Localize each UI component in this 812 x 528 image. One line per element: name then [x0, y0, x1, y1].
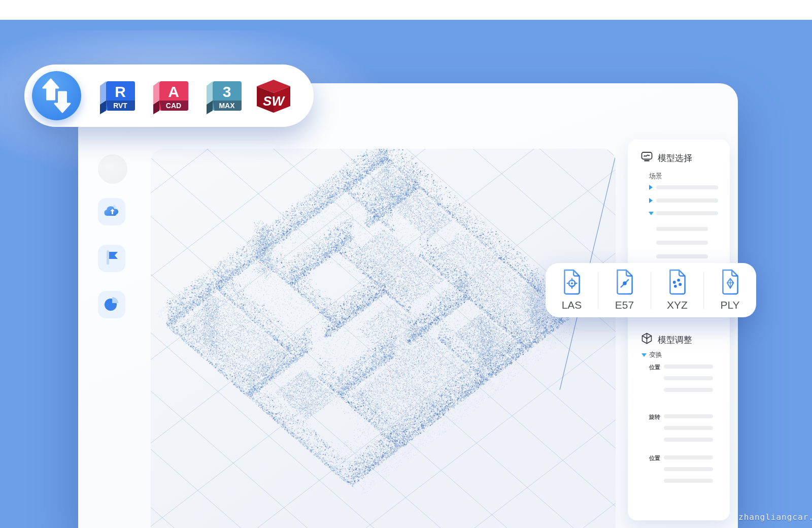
- field-bar: [664, 426, 713, 430]
- format-item-e57[interactable]: E57: [600, 269, 649, 311]
- divider: [598, 272, 598, 309]
- field-bar: [664, 467, 713, 471]
- caret-down-icon[interactable]: [649, 212, 654, 215]
- flag-button[interactable]: [98, 245, 125, 272]
- svg-text:SW: SW: [263, 93, 285, 109]
- divider: [703, 272, 704, 309]
- flag-icon: [104, 249, 119, 268]
- las-file-icon: [561, 269, 583, 298]
- svg-text:3: 3: [223, 83, 231, 100]
- ply-file-icon: [719, 269, 741, 298]
- field-bar: [664, 365, 713, 369]
- field-bar: [664, 438, 713, 442]
- group-label: 旋转: [649, 413, 660, 421]
- format-item-ply[interactable]: PLY: [706, 269, 755, 311]
- caret-right-icon[interactable]: [649, 198, 653, 203]
- model-panel: 模型选择 场景 模型调整 变换 位置 旋转 位置: [628, 140, 730, 520]
- e57-file-icon: [614, 269, 636, 298]
- svg-text:MAX: MAX: [219, 102, 235, 110]
- format-label: PLY: [720, 299, 739, 311]
- cloud-upload-icon: [103, 203, 120, 220]
- group-label: 位置: [649, 454, 660, 462]
- revit-badge[interactable]: R RVT: [98, 78, 137, 115]
- model-adjust-header: 模型调整: [641, 333, 692, 347]
- divider: [651, 272, 651, 309]
- watermark: zhangliangcar.com: [738, 512, 812, 522]
- tree-child-bar: [656, 254, 708, 258]
- model-select-title: 模型选择: [658, 152, 692, 164]
- point-cloud-canvas[interactable]: [151, 149, 616, 528]
- field-bar: [664, 455, 713, 459]
- xyz-file-icon: [666, 269, 689, 298]
- svg-text:A: A: [168, 83, 179, 100]
- autocad-badge[interactable]: A CAD: [151, 78, 190, 115]
- tree-item-bar: [656, 185, 718, 189]
- viewport: [151, 149, 616, 528]
- solidworks-badge[interactable]: SW: [254, 78, 293, 115]
- model-adjust-title: 模型调整: [658, 334, 692, 346]
- field-bar: [664, 414, 713, 418]
- tree-item-bar: [656, 211, 718, 215]
- field-bar: [664, 479, 713, 483]
- transfer-button[interactable]: [32, 71, 81, 120]
- format-label: LAS: [562, 299, 582, 311]
- transform-label: 变换: [649, 350, 662, 359]
- format-card: LAS E57 XYZ: [546, 263, 756, 317]
- model-select-icon: [641, 151, 653, 165]
- avatar: [98, 154, 127, 184]
- caret-right-icon[interactable]: [649, 185, 653, 190]
- transform-caret-icon[interactable]: [641, 353, 647, 357]
- pie-chart-icon: [104, 295, 120, 314]
- pie-chart-button[interactable]: [98, 291, 125, 318]
- cloud-upload-button[interactable]: [98, 198, 125, 225]
- scene-label: 场景: [649, 172, 662, 181]
- up-down-arrows-icon: [32, 71, 81, 120]
- 3dsmax-badge[interactable]: 3 MAX: [205, 78, 243, 115]
- model-select-header: 模型选择: [641, 151, 692, 165]
- format-item-xyz[interactable]: XYZ: [653, 269, 702, 311]
- tree-child-bar: [656, 241, 708, 245]
- tree-child-bar: [656, 227, 708, 231]
- group-label: 位置: [649, 364, 660, 371]
- svg-text:CAD: CAD: [166, 102, 181, 110]
- field-bar: [664, 388, 713, 392]
- tree-item-bar: [656, 199, 718, 203]
- field-bar: [664, 376, 713, 380]
- svg-text:R: R: [115, 83, 126, 100]
- format-label: E57: [615, 299, 634, 311]
- format-item-las[interactable]: LAS: [548, 269, 596, 311]
- format-label: XYZ: [667, 299, 688, 311]
- svg-text:RVT: RVT: [113, 102, 127, 110]
- model-adjust-icon: [641, 333, 653, 347]
- import-toolbar: R RVT A CAD 3 MAX SW: [24, 64, 314, 127]
